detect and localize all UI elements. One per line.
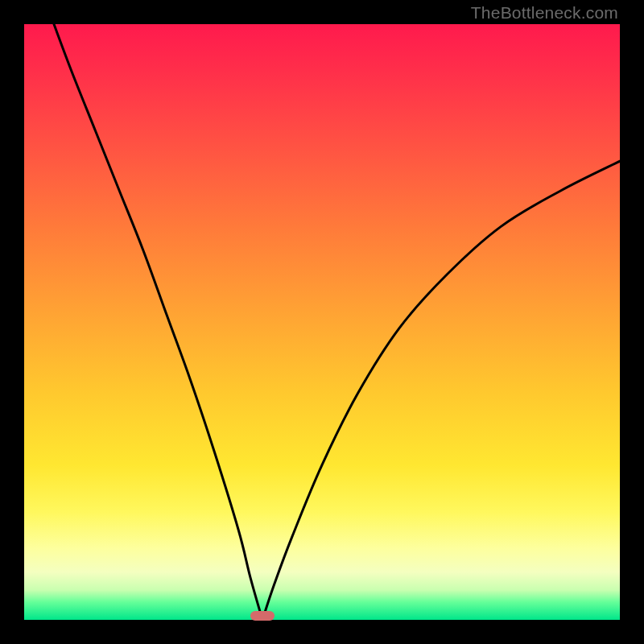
plot-area bbox=[24, 24, 620, 620]
watermark-text: TheBottleneck.com bbox=[471, 3, 618, 23]
curve-left-branch bbox=[54, 24, 262, 620]
notch-marker bbox=[250, 611, 275, 621]
curve-right-branch bbox=[262, 161, 620, 620]
bottleneck-curve bbox=[24, 24, 620, 620]
chart-frame: TheBottleneck.com bbox=[0, 0, 644, 644]
